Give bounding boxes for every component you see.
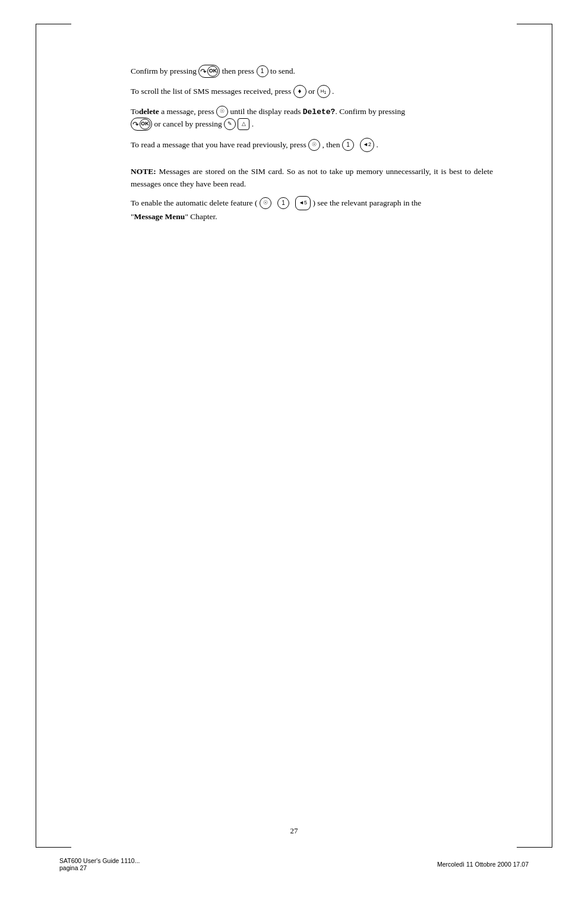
note-paragraph: NOTE: Messages are stored on the SIM car… <box>131 166 493 191</box>
bottom-left-line <box>36 847 71 848</box>
text-read-pre: To read a message that you have read pre… <box>131 140 308 149</box>
text-to-send: to send. <box>270 67 295 75</box>
footer-right: Mercoledì 11 Ottobre 2000 17.07 <box>437 861 529 868</box>
footer-left: SAT600 User's Guide 1110... pagina 27 <box>59 857 140 871</box>
footer: SAT600 User's Guide 1110... pagina 27 Me… <box>0 857 588 871</box>
footer-left-line1: SAT600 User's Guide 1110... <box>59 857 140 864</box>
btn-edit: ✎ <box>224 118 236 130</box>
text-confirm: . Confirm by pressing <box>335 107 405 116</box>
text-space-2 <box>273 198 275 207</box>
btn-star: ♦ <box>293 85 306 98</box>
top-left-line <box>36 24 71 24</box>
text-message-menu-bold: Message Menu <box>134 212 185 221</box>
arrow-icon-2: ↷ <box>132 121 139 128</box>
top-right-line <box>517 24 552 24</box>
bottom-right-line <box>517 847 552 848</box>
ok-label-2: OK <box>140 119 150 129</box>
btn-square: △ <box>238 118 249 130</box>
text-until: until the display reads <box>230 107 303 116</box>
text-or: or <box>308 87 315 96</box>
btn-num-3: 1 <box>277 197 289 209</box>
note-text: Messages are stored on the SIM card. So … <box>131 167 493 188</box>
text-period: . <box>332 87 334 96</box>
main-content: Confirm by pressing ↷ OK then press 1 to… <box>59 36 540 265</box>
text-to: To <box>131 107 139 116</box>
text-then: then press <box>222 67 254 75</box>
footer-left-line2: pagina 27 <box>59 864 140 871</box>
btn-back: ◄2 <box>360 138 374 152</box>
text-quote-close: " <box>185 212 188 221</box>
text-space <box>356 140 358 149</box>
btn-menu: ☉ <box>216 106 228 118</box>
text-comma: , then <box>323 140 342 149</box>
text-or-cancel: or cancel by pressing <box>154 119 224 128</box>
text-auto-post: ) see the relevant paragraph in the <box>312 198 421 207</box>
paragraph-1: Confirm by pressing ↷ OK then press 1 to… <box>131 65 493 78</box>
text-delete-display: Delete? <box>303 108 336 116</box>
note-label: NOTE: <box>131 167 156 176</box>
paragraph-3: Todelete a message, press ☉ until the di… <box>131 106 493 131</box>
btn-arrow-ok-1: ↷ OK <box>198 65 220 78</box>
paragraph-2: To scroll the list of SMS messages recei… <box>131 86 493 99</box>
paragraph-4: To read a message that you have read pre… <box>131 138 493 153</box>
text-period-2: . <box>252 119 254 128</box>
border-right <box>552 24 552 848</box>
ok-label: OK <box>207 66 218 77</box>
btn-arrow-ok-2: ↷ OK <box>131 118 152 131</box>
text-delete-bold: delete <box>139 107 159 116</box>
btn-num-1: 1 <box>257 65 268 77</box>
text-auto-pre: To enable the automatic delete feature ( <box>131 198 257 207</box>
page-number: 27 <box>290 826 298 836</box>
page: Confirm by pressing ↷ OK then press 1 to… <box>0 0 588 907</box>
btn-menu-2: ☉ <box>308 139 320 151</box>
arrow-icon: ↷ <box>200 68 207 75</box>
auto-delete-paragraph: To enable the automatic delete feature (… <box>131 197 493 223</box>
text-a-message: a message, press <box>159 107 216 116</box>
spacer-1 <box>131 160 493 166</box>
btn-hash: H1 <box>317 85 330 98</box>
text-period-3: . <box>376 140 378 149</box>
btn-back-2: ◄5 <box>295 196 311 210</box>
btn-num-2: 1 <box>342 139 354 151</box>
text-chapter: Chapter. <box>190 212 217 221</box>
text-confirm-pre: Confirm by pressing <box>131 67 197 75</box>
text-scroll-pre: To scroll the list of SMS messages recei… <box>131 87 291 96</box>
text-space-3 <box>291 198 293 207</box>
border-left <box>36 24 36 848</box>
btn-menu-3: ☉ <box>260 197 271 209</box>
